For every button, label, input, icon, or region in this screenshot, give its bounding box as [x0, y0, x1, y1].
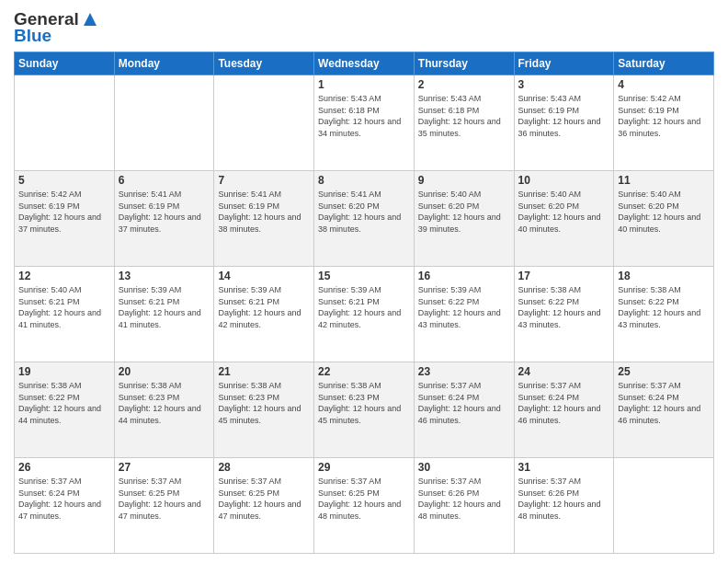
- weekday-header: Saturday: [614, 52, 714, 75]
- day-number: 23: [418, 365, 510, 378]
- calendar-cell: 19Sunrise: 5:38 AMSunset: 6:22 PMDayligh…: [15, 362, 115, 458]
- calendar-cell: 8Sunrise: 5:41 AMSunset: 6:20 PMDaylight…: [314, 171, 415, 267]
- calendar-cell: 9Sunrise: 5:40 AMSunset: 6:20 PMDaylight…: [414, 171, 514, 267]
- day-info: Sunrise: 5:40 AMSunset: 6:20 PMDaylight:…: [418, 189, 510, 235]
- day-number: 25: [618, 365, 710, 378]
- calendar-cell: 6Sunrise: 5:41 AMSunset: 6:19 PMDaylight…: [114, 171, 214, 267]
- day-number: 20: [119, 365, 210, 378]
- day-info: Sunrise: 5:38 AMSunset: 6:22 PMDaylight:…: [618, 284, 710, 330]
- day-info: Sunrise: 5:37 AMSunset: 6:24 PMDaylight:…: [418, 380, 510, 426]
- day-number: 1: [318, 78, 410, 91]
- weekday-row: SundayMondayTuesdayWednesdayThursdayFrid…: [15, 52, 714, 75]
- logo: General Blue: [14, 9, 101, 46]
- calendar-cell: 18Sunrise: 5:38 AMSunset: 6:22 PMDayligh…: [614, 267, 714, 362]
- calendar-cell: 2Sunrise: 5:43 AMSunset: 6:18 PMDaylight…: [414, 75, 514, 171]
- day-number: 29: [318, 461, 410, 474]
- day-info: Sunrise: 5:43 AMSunset: 6:19 PMDaylight:…: [518, 93, 610, 139]
- day-info: Sunrise: 5:37 AMSunset: 6:25 PMDaylight:…: [119, 476, 210, 522]
- day-info: Sunrise: 5:41 AMSunset: 6:19 PMDaylight:…: [119, 189, 210, 235]
- calendar-cell: [614, 458, 714, 554]
- day-info: Sunrise: 5:38 AMSunset: 6:23 PMDaylight:…: [218, 380, 310, 426]
- calendar-cell: 24Sunrise: 5:37 AMSunset: 6:24 PMDayligh…: [514, 362, 614, 458]
- calendar-week-row: 1Sunrise: 5:43 AMSunset: 6:18 PMDaylight…: [15, 75, 714, 171]
- day-info: Sunrise: 5:38 AMSunset: 6:23 PMDaylight:…: [318, 380, 410, 426]
- calendar-table: SundayMondayTuesdayWednesdayThursdayFrid…: [14, 52, 714, 554]
- weekday-header: Friday: [514, 52, 614, 75]
- day-number: 19: [18, 365, 110, 378]
- calendar-body: 1Sunrise: 5:43 AMSunset: 6:18 PMDaylight…: [15, 75, 714, 554]
- calendar-cell: 16Sunrise: 5:39 AMSunset: 6:22 PMDayligh…: [414, 267, 514, 362]
- day-number: 14: [218, 270, 310, 282]
- calendar-cell: 1Sunrise: 5:43 AMSunset: 6:18 PMDaylight…: [314, 75, 415, 171]
- day-number: 11: [618, 174, 710, 187]
- calendar-cell: 12Sunrise: 5:40 AMSunset: 6:21 PMDayligh…: [15, 267, 115, 362]
- calendar-cell: 15Sunrise: 5:39 AMSunset: 6:21 PMDayligh…: [314, 267, 415, 362]
- calendar-cell: 21Sunrise: 5:38 AMSunset: 6:23 PMDayligh…: [214, 362, 314, 458]
- day-number: 6: [119, 174, 210, 187]
- day-info: Sunrise: 5:38 AMSunset: 6:23 PMDaylight:…: [119, 380, 210, 426]
- day-number: 22: [318, 365, 410, 378]
- calendar-cell: [114, 75, 214, 171]
- calendar-cell: 25Sunrise: 5:37 AMSunset: 6:24 PMDayligh…: [614, 362, 714, 458]
- calendar-cell: 26Sunrise: 5:37 AMSunset: 6:24 PMDayligh…: [15, 458, 115, 554]
- logo-icon: [80, 9, 100, 29]
- weekday-header: Thursday: [414, 52, 514, 75]
- day-info: Sunrise: 5:40 AMSunset: 6:20 PMDaylight:…: [518, 189, 610, 235]
- calendar-cell: 27Sunrise: 5:37 AMSunset: 6:25 PMDayligh…: [114, 458, 214, 554]
- day-info: Sunrise: 5:43 AMSunset: 6:18 PMDaylight:…: [418, 93, 510, 139]
- day-info: Sunrise: 5:37 AMSunset: 6:26 PMDaylight:…: [418, 476, 510, 522]
- day-number: 9: [418, 174, 510, 187]
- calendar-cell: 7Sunrise: 5:41 AMSunset: 6:19 PMDaylight…: [214, 171, 314, 267]
- day-info: Sunrise: 5:41 AMSunset: 6:20 PMDaylight:…: [318, 189, 410, 235]
- day-number: 30: [418, 461, 510, 474]
- day-number: 13: [119, 270, 210, 282]
- day-info: Sunrise: 5:37 AMSunset: 6:25 PMDaylight:…: [318, 476, 410, 522]
- svg-marker-0: [84, 13, 97, 26]
- day-number: 16: [418, 270, 510, 282]
- day-info: Sunrise: 5:39 AMSunset: 6:21 PMDaylight:…: [119, 284, 210, 330]
- header: General Blue: [14, 9, 714, 46]
- day-info: Sunrise: 5:42 AMSunset: 6:19 PMDaylight:…: [618, 93, 710, 139]
- calendar-cell: [15, 75, 115, 171]
- calendar-cell: [214, 75, 314, 171]
- calendar-cell: 28Sunrise: 5:37 AMSunset: 6:25 PMDayligh…: [214, 458, 314, 554]
- day-number: 4: [618, 78, 710, 91]
- day-info: Sunrise: 5:40 AMSunset: 6:21 PMDaylight:…: [18, 284, 110, 330]
- day-number: 8: [318, 174, 410, 187]
- calendar-cell: 29Sunrise: 5:37 AMSunset: 6:25 PMDayligh…: [314, 458, 415, 554]
- day-info: Sunrise: 5:40 AMSunset: 6:20 PMDaylight:…: [618, 189, 710, 235]
- day-number: 18: [618, 270, 710, 282]
- calendar-cell: 4Sunrise: 5:42 AMSunset: 6:19 PMDaylight…: [614, 75, 714, 171]
- day-info: Sunrise: 5:41 AMSunset: 6:19 PMDaylight:…: [218, 189, 310, 235]
- day-number: 28: [218, 461, 310, 474]
- day-number: 27: [119, 461, 210, 474]
- calendar-week-row: 26Sunrise: 5:37 AMSunset: 6:24 PMDayligh…: [15, 458, 714, 554]
- day-info: Sunrise: 5:37 AMSunset: 6:25 PMDaylight:…: [218, 476, 310, 522]
- day-info: Sunrise: 5:39 AMSunset: 6:21 PMDaylight:…: [218, 284, 310, 330]
- weekday-header: Wednesday: [314, 52, 415, 75]
- day-number: 26: [18, 461, 110, 474]
- calendar-week-row: 5Sunrise: 5:42 AMSunset: 6:19 PMDaylight…: [15, 171, 714, 267]
- day-info: Sunrise: 5:39 AMSunset: 6:22 PMDaylight:…: [418, 284, 510, 330]
- day-number: 21: [218, 365, 310, 378]
- day-number: 5: [18, 174, 110, 187]
- day-info: Sunrise: 5:37 AMSunset: 6:24 PMDaylight:…: [18, 476, 110, 522]
- calendar-header: SundayMondayTuesdayWednesdayThursdayFrid…: [15, 52, 714, 75]
- day-info: Sunrise: 5:43 AMSunset: 6:18 PMDaylight:…: [318, 93, 410, 139]
- calendar-cell: 11Sunrise: 5:40 AMSunset: 6:20 PMDayligh…: [614, 171, 714, 267]
- calendar-cell: 3Sunrise: 5:43 AMSunset: 6:19 PMDaylight…: [514, 75, 614, 171]
- day-info: Sunrise: 5:39 AMSunset: 6:21 PMDaylight:…: [318, 284, 410, 330]
- day-number: 2: [418, 78, 510, 91]
- day-number: 10: [518, 174, 610, 187]
- calendar-cell: 20Sunrise: 5:38 AMSunset: 6:23 PMDayligh…: [114, 362, 214, 458]
- day-info: Sunrise: 5:37 AMSunset: 6:24 PMDaylight:…: [618, 380, 710, 426]
- weekday-header: Monday: [114, 52, 214, 75]
- calendar-week-row: 19Sunrise: 5:38 AMSunset: 6:22 PMDayligh…: [15, 362, 714, 458]
- weekday-header: Sunday: [15, 52, 115, 75]
- calendar-cell: 30Sunrise: 5:37 AMSunset: 6:26 PMDayligh…: [414, 458, 514, 554]
- day-info: Sunrise: 5:42 AMSunset: 6:19 PMDaylight:…: [18, 189, 110, 235]
- day-info: Sunrise: 5:37 AMSunset: 6:24 PMDaylight:…: [518, 380, 610, 426]
- weekday-header: Tuesday: [214, 52, 314, 75]
- day-number: 31: [518, 461, 610, 474]
- calendar-cell: 10Sunrise: 5:40 AMSunset: 6:20 PMDayligh…: [514, 171, 614, 267]
